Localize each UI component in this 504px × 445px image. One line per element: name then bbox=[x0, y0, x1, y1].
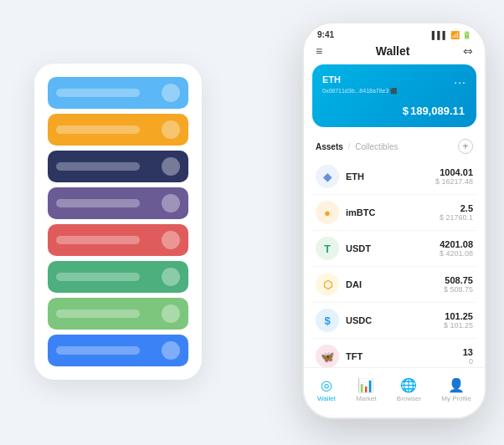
nav-item-browser[interactable]: 🌐Browser bbox=[397, 377, 421, 402]
asset-name-usdc: USDC bbox=[346, 315, 372, 325]
asset-logo-eth: ◆ bbox=[316, 165, 339, 188]
stack-card-bar-1 bbox=[56, 125, 140, 134]
card-stack bbox=[34, 64, 202, 380]
nav-icon-my-profile: 👤 bbox=[448, 377, 465, 393]
stack-card-icon-2 bbox=[162, 157, 180, 176]
asset-item-dai[interactable]: ⬡DAI508.75$ 508.75 bbox=[312, 267, 476, 303]
assets-header: Assets / Collectibles + bbox=[304, 136, 485, 159]
asset-amount-imbtc: 2.5 bbox=[440, 203, 473, 213]
asset-amount-usdt: 4201.08 bbox=[440, 239, 473, 249]
asset-value-usdt: $ 4201.08 bbox=[440, 249, 473, 258]
asset-left-2: TUSDT bbox=[316, 237, 371, 260]
stack-card-6[interactable] bbox=[48, 298, 188, 330]
eth-banner-menu[interactable]: ... bbox=[454, 73, 466, 86]
asset-amount-eth: 1004.01 bbox=[435, 167, 473, 177]
nav-icon-market: 📊 bbox=[357, 377, 374, 393]
asset-amount-dai: 508.75 bbox=[444, 275, 473, 285]
nav-label-my-profile: My Profile bbox=[441, 395, 471, 402]
stack-card-5[interactable] bbox=[48, 261, 188, 293]
stack-card-bar-7 bbox=[56, 346, 140, 355]
asset-name-dai: DAI bbox=[346, 279, 362, 289]
asset-value-imbtc: $ 21760.1 bbox=[440, 213, 473, 222]
asset-item-usdc[interactable]: $USDC101.25$ 101.25 bbox=[312, 303, 476, 339]
stack-card-icon-7 bbox=[162, 341, 180, 360]
eth-balance: $189,089.11 bbox=[322, 100, 466, 119]
nav-label-wallet: Wallet bbox=[317, 395, 336, 402]
scan-icon[interactable]: ⇔ bbox=[463, 44, 473, 58]
page-title: Wallet bbox=[376, 44, 410, 58]
eth-banner: ETH ... 0x08711d3b...8418a78e3 ⬛ $189,08… bbox=[312, 64, 476, 127]
status-icons: ▌▌▌ 📶 🔋 bbox=[432, 31, 471, 39]
stack-card-2[interactable] bbox=[48, 151, 188, 182]
tab-assets[interactable]: Assets bbox=[316, 142, 343, 151]
wifi-icon: 📶 bbox=[450, 31, 460, 39]
asset-logo-tft: 🦋 bbox=[316, 345, 339, 368]
stack-card-0[interactable] bbox=[48, 77, 188, 109]
phone-frame: 9:41 ▌▌▌ 📶 🔋 ≡ Wallet ⇔ ETH ... 0x08711d… bbox=[302, 22, 486, 419]
asset-name-tft: TFT bbox=[346, 351, 363, 361]
stack-card-icon-5 bbox=[162, 268, 180, 286]
stack-card-1[interactable] bbox=[48, 114, 188, 146]
asset-right-4: 101.25$ 101.25 bbox=[444, 311, 473, 330]
signal-icon: ▌▌▌ bbox=[432, 31, 448, 39]
nav-item-wallet[interactable]: ◎Wallet bbox=[317, 377, 336, 402]
asset-right-0: 1004.01$ 16217.48 bbox=[435, 167, 473, 186]
asset-value-tft: 0 bbox=[463, 357, 473, 366]
stack-card-7[interactable] bbox=[48, 335, 188, 366]
asset-amount-tft: 13 bbox=[463, 347, 473, 357]
nav-item-market[interactable]: 📊Market bbox=[356, 377, 376, 402]
stack-card-bar-3 bbox=[56, 199, 140, 207]
asset-right-2: 4201.08$ 4201.08 bbox=[440, 239, 473, 258]
asset-right-3: 508.75$ 508.75 bbox=[444, 275, 473, 294]
stack-card-3[interactable] bbox=[48, 187, 188, 219]
stack-card-icon-6 bbox=[162, 304, 180, 323]
asset-left-0: ◆ETH bbox=[316, 165, 364, 188]
asset-list: ◆ETH1004.01$ 16217.48●imBTC2.5$ 21760.1T… bbox=[304, 159, 485, 375]
assets-tabs: Assets / Collectibles bbox=[316, 142, 398, 151]
nav-item-my-profile[interactable]: 👤My Profile bbox=[441, 377, 471, 402]
asset-left-4: $USDC bbox=[316, 309, 372, 332]
stack-card-bar-2 bbox=[56, 162, 140, 171]
add-asset-button[interactable]: + bbox=[458, 139, 473, 154]
asset-name-eth: ETH bbox=[346, 171, 364, 182]
asset-logo-usdt: T bbox=[316, 237, 339, 260]
eth-address: 0x08711d3b...8418a78e3 ⬛ bbox=[322, 88, 466, 95]
nav-label-browser: Browser bbox=[397, 395, 421, 402]
balance-amount: 189,089.11 bbox=[410, 105, 465, 117]
stack-card-icon-1 bbox=[162, 120, 180, 139]
asset-logo-usdc: $ bbox=[316, 309, 339, 332]
stack-card-4[interactable] bbox=[48, 224, 188, 256]
phone-header: ≡ Wallet ⇔ bbox=[304, 43, 485, 64]
eth-banner-top: ETH ... bbox=[322, 73, 466, 86]
asset-logo-dai: ⬡ bbox=[316, 273, 339, 296]
battery-icon: 🔋 bbox=[462, 31, 471, 39]
stack-card-icon-3 bbox=[162, 194, 180, 212]
asset-item-usdt[interactable]: TUSDT4201.08$ 4201.08 bbox=[312, 231, 476, 267]
nav-icon-wallet: ◎ bbox=[321, 377, 332, 393]
asset-item-imbtc[interactable]: ●imBTC2.5$ 21760.1 bbox=[312, 195, 476, 231]
asset-name-usdt: USDT bbox=[346, 243, 371, 253]
status-time: 9:41 bbox=[317, 30, 334, 39]
asset-left-5: 🦋TFT bbox=[316, 345, 363, 368]
stack-card-bar-6 bbox=[56, 309, 140, 318]
asset-name-imbtc: imBTC bbox=[346, 207, 375, 217]
asset-left-3: ⬡DAI bbox=[316, 273, 362, 296]
asset-value-eth: $ 16217.48 bbox=[435, 177, 473, 186]
asset-right-1: 2.5$ 21760.1 bbox=[440, 203, 473, 222]
asset-item-eth[interactable]: ◆ETH1004.01$ 16217.48 bbox=[312, 159, 476, 195]
tab-divider: / bbox=[348, 142, 351, 151]
asset-value-usdc: $ 101.25 bbox=[444, 321, 473, 330]
tab-collectibles[interactable]: Collectibles bbox=[355, 142, 398, 151]
asset-right-5: 130 bbox=[463, 347, 473, 366]
status-bar: 9:41 ▌▌▌ 📶 🔋 bbox=[304, 23, 485, 43]
scene: 9:41 ▌▌▌ 📶 🔋 ≡ Wallet ⇔ ETH ... 0x08711d… bbox=[18, 13, 486, 432]
asset-left-1: ●imBTC bbox=[316, 201, 375, 224]
nav-icon-browser: 🌐 bbox=[400, 377, 417, 393]
menu-icon[interactable]: ≡ bbox=[316, 44, 322, 58]
nav-label-market: Market bbox=[356, 395, 376, 402]
currency-symbol: $ bbox=[403, 105, 409, 117]
asset-amount-usdc: 101.25 bbox=[444, 311, 473, 321]
asset-value-dai: $ 508.75 bbox=[444, 285, 473, 294]
eth-banner-label: ETH bbox=[322, 74, 341, 84]
stack-card-icon-0 bbox=[162, 84, 180, 102]
